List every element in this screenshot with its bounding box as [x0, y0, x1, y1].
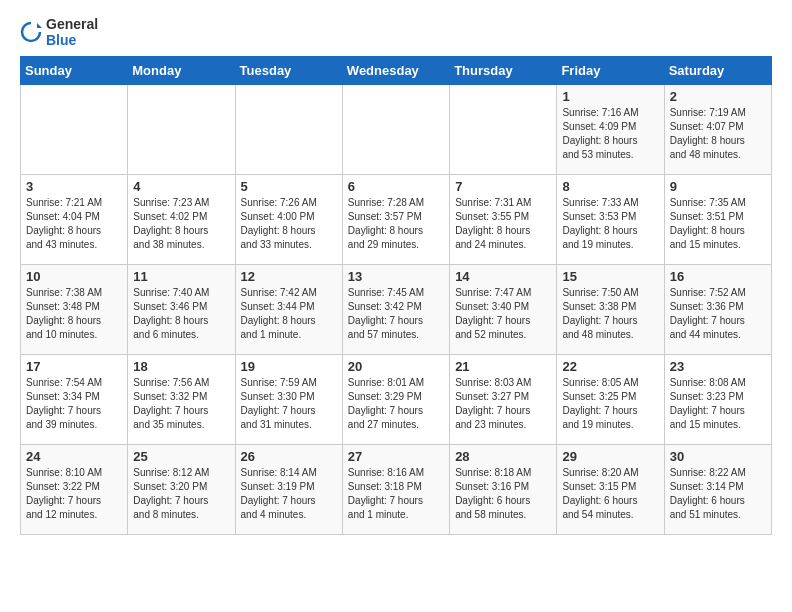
- day-number: 14: [455, 269, 551, 284]
- calendar-cell: 18Sunrise: 7:56 AM Sunset: 3:32 PM Dayli…: [128, 355, 235, 445]
- header-day-sunday: Sunday: [21, 57, 128, 85]
- day-info: Sunrise: 7:42 AM Sunset: 3:44 PM Dayligh…: [241, 286, 337, 342]
- calendar-cell: 30Sunrise: 8:22 AM Sunset: 3:14 PM Dayli…: [664, 445, 771, 535]
- calendar-cell: 21Sunrise: 8:03 AM Sunset: 3:27 PM Dayli…: [450, 355, 557, 445]
- calendar-cell: 7Sunrise: 7:31 AM Sunset: 3:55 PM Daylig…: [450, 175, 557, 265]
- calendar-cell: 26Sunrise: 8:14 AM Sunset: 3:19 PM Dayli…: [235, 445, 342, 535]
- header-day-thursday: Thursday: [450, 57, 557, 85]
- day-info: Sunrise: 7:59 AM Sunset: 3:30 PM Dayligh…: [241, 376, 337, 432]
- day-number: 6: [348, 179, 444, 194]
- day-info: Sunrise: 8:08 AM Sunset: 3:23 PM Dayligh…: [670, 376, 766, 432]
- calendar-cell: 4Sunrise: 7:23 AM Sunset: 4:02 PM Daylig…: [128, 175, 235, 265]
- day-info: Sunrise: 8:20 AM Sunset: 3:15 PM Dayligh…: [562, 466, 658, 522]
- day-info: Sunrise: 8:01 AM Sunset: 3:29 PM Dayligh…: [348, 376, 444, 432]
- day-info: Sunrise: 8:05 AM Sunset: 3:25 PM Dayligh…: [562, 376, 658, 432]
- day-number: 3: [26, 179, 122, 194]
- day-number: 30: [670, 449, 766, 464]
- calendar-cell: 11Sunrise: 7:40 AM Sunset: 3:46 PM Dayli…: [128, 265, 235, 355]
- calendar-body: 1Sunrise: 7:16 AM Sunset: 4:09 PM Daylig…: [21, 85, 772, 535]
- header: General Blue: [20, 16, 772, 48]
- calendar-cell: 2Sunrise: 7:19 AM Sunset: 4:07 PM Daylig…: [664, 85, 771, 175]
- day-number: 7: [455, 179, 551, 194]
- calendar-cell: 8Sunrise: 7:33 AM Sunset: 3:53 PM Daylig…: [557, 175, 664, 265]
- day-number: 18: [133, 359, 229, 374]
- calendar-cell: 10Sunrise: 7:38 AM Sunset: 3:48 PM Dayli…: [21, 265, 128, 355]
- day-info: Sunrise: 8:10 AM Sunset: 3:22 PM Dayligh…: [26, 466, 122, 522]
- day-number: 20: [348, 359, 444, 374]
- day-info: Sunrise: 7:40 AM Sunset: 3:46 PM Dayligh…: [133, 286, 229, 342]
- day-number: 10: [26, 269, 122, 284]
- day-number: 17: [26, 359, 122, 374]
- day-number: 8: [562, 179, 658, 194]
- day-info: Sunrise: 7:21 AM Sunset: 4:04 PM Dayligh…: [26, 196, 122, 252]
- calendar-week-2: 10Sunrise: 7:38 AM Sunset: 3:48 PM Dayli…: [21, 265, 772, 355]
- calendar-cell: 1Sunrise: 7:16 AM Sunset: 4:09 PM Daylig…: [557, 85, 664, 175]
- day-number: 28: [455, 449, 551, 464]
- day-info: Sunrise: 7:52 AM Sunset: 3:36 PM Dayligh…: [670, 286, 766, 342]
- day-number: 21: [455, 359, 551, 374]
- calendar-cell: 20Sunrise: 8:01 AM Sunset: 3:29 PM Dayli…: [342, 355, 449, 445]
- header-day-saturday: Saturday: [664, 57, 771, 85]
- day-info: Sunrise: 8:03 AM Sunset: 3:27 PM Dayligh…: [455, 376, 551, 432]
- day-info: Sunrise: 7:19 AM Sunset: 4:07 PM Dayligh…: [670, 106, 766, 162]
- header-day-tuesday: Tuesday: [235, 57, 342, 85]
- calendar-week-0: 1Sunrise: 7:16 AM Sunset: 4:09 PM Daylig…: [21, 85, 772, 175]
- day-number: 16: [670, 269, 766, 284]
- logo-general-text: General: [46, 16, 98, 32]
- calendar-cell: 9Sunrise: 7:35 AM Sunset: 3:51 PM Daylig…: [664, 175, 771, 265]
- logo-icon: [20, 21, 42, 43]
- calendar-table: SundayMondayTuesdayWednesdayThursdayFrid…: [20, 56, 772, 535]
- calendar-cell: 14Sunrise: 7:47 AM Sunset: 3:40 PM Dayli…: [450, 265, 557, 355]
- calendar-cell: 28Sunrise: 8:18 AM Sunset: 3:16 PM Dayli…: [450, 445, 557, 535]
- calendar-cell: [342, 85, 449, 175]
- calendar-cell: 3Sunrise: 7:21 AM Sunset: 4:04 PM Daylig…: [21, 175, 128, 265]
- day-info: Sunrise: 7:35 AM Sunset: 3:51 PM Dayligh…: [670, 196, 766, 252]
- day-info: Sunrise: 7:56 AM Sunset: 3:32 PM Dayligh…: [133, 376, 229, 432]
- calendar-cell: 29Sunrise: 8:20 AM Sunset: 3:15 PM Dayli…: [557, 445, 664, 535]
- day-number: 19: [241, 359, 337, 374]
- calendar-cell: 12Sunrise: 7:42 AM Sunset: 3:44 PM Dayli…: [235, 265, 342, 355]
- header-day-monday: Monday: [128, 57, 235, 85]
- calendar-cell: [450, 85, 557, 175]
- day-info: Sunrise: 8:14 AM Sunset: 3:19 PM Dayligh…: [241, 466, 337, 522]
- calendar-cell: [128, 85, 235, 175]
- calendar-week-1: 3Sunrise: 7:21 AM Sunset: 4:04 PM Daylig…: [21, 175, 772, 265]
- day-number: 23: [670, 359, 766, 374]
- day-info: Sunrise: 7:38 AM Sunset: 3:48 PM Dayligh…: [26, 286, 122, 342]
- header-row: SundayMondayTuesdayWednesdayThursdayFrid…: [21, 57, 772, 85]
- logo: General Blue: [20, 16, 98, 48]
- day-number: 12: [241, 269, 337, 284]
- calendar-cell: 22Sunrise: 8:05 AM Sunset: 3:25 PM Dayli…: [557, 355, 664, 445]
- calendar-cell: 25Sunrise: 8:12 AM Sunset: 3:20 PM Dayli…: [128, 445, 235, 535]
- day-info: Sunrise: 8:18 AM Sunset: 3:16 PM Dayligh…: [455, 466, 551, 522]
- day-info: Sunrise: 7:31 AM Sunset: 3:55 PM Dayligh…: [455, 196, 551, 252]
- day-info: Sunrise: 7:33 AM Sunset: 3:53 PM Dayligh…: [562, 196, 658, 252]
- svg-marker-0: [37, 23, 42, 28]
- day-number: 29: [562, 449, 658, 464]
- calendar-cell: 13Sunrise: 7:45 AM Sunset: 3:42 PM Dayli…: [342, 265, 449, 355]
- calendar-cell: 23Sunrise: 8:08 AM Sunset: 3:23 PM Dayli…: [664, 355, 771, 445]
- header-day-wednesday: Wednesday: [342, 57, 449, 85]
- day-info: Sunrise: 8:16 AM Sunset: 3:18 PM Dayligh…: [348, 466, 444, 522]
- day-number: 25: [133, 449, 229, 464]
- day-number: 4: [133, 179, 229, 194]
- day-info: Sunrise: 8:12 AM Sunset: 3:20 PM Dayligh…: [133, 466, 229, 522]
- calendar-cell: 24Sunrise: 8:10 AM Sunset: 3:22 PM Dayli…: [21, 445, 128, 535]
- logo-blue-text: Blue: [46, 32, 98, 48]
- day-info: Sunrise: 7:28 AM Sunset: 3:57 PM Dayligh…: [348, 196, 444, 252]
- day-number: 2: [670, 89, 766, 104]
- day-number: 15: [562, 269, 658, 284]
- main-container: General Blue SundayMondayTuesdayWednesda…: [0, 0, 792, 551]
- day-info: Sunrise: 7:16 AM Sunset: 4:09 PM Dayligh…: [562, 106, 658, 162]
- day-number: 27: [348, 449, 444, 464]
- calendar-cell: 19Sunrise: 7:59 AM Sunset: 3:30 PM Dayli…: [235, 355, 342, 445]
- day-number: 11: [133, 269, 229, 284]
- calendar-cell: 17Sunrise: 7:54 AM Sunset: 3:34 PM Dayli…: [21, 355, 128, 445]
- calendar-cell: [235, 85, 342, 175]
- day-number: 13: [348, 269, 444, 284]
- calendar-cell: 6Sunrise: 7:28 AM Sunset: 3:57 PM Daylig…: [342, 175, 449, 265]
- header-day-friday: Friday: [557, 57, 664, 85]
- day-number: 24: [26, 449, 122, 464]
- calendar-week-4: 24Sunrise: 8:10 AM Sunset: 3:22 PM Dayli…: [21, 445, 772, 535]
- calendar-cell: 15Sunrise: 7:50 AM Sunset: 3:38 PM Dayli…: [557, 265, 664, 355]
